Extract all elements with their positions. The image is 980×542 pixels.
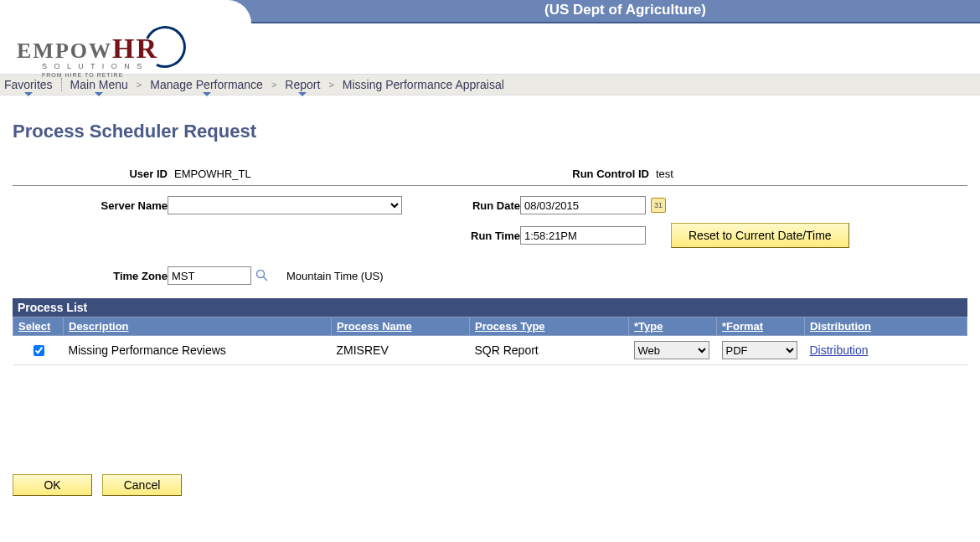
col-process-type[interactable]: Process Type <box>470 317 629 336</box>
process-list-title: Process List <box>13 298 967 317</box>
row-type-select[interactable]: Web <box>634 341 709 359</box>
run-date-label: Run Date <box>428 199 520 212</box>
run-time-label: Run Time <box>428 230 520 242</box>
breadcrumb-missing-appraisal[interactable]: Missing Performance Appraisal <box>343 78 504 91</box>
breadcrumb-main-menu[interactable]: Main Menu <box>70 78 128 91</box>
page-title: Process Scheduler Request <box>13 121 967 142</box>
header-curve <box>0 0 251 23</box>
time-zone-input[interactable] <box>168 266 251 285</box>
logo-subtitle-2: FROM HIRE TO RETIRE <box>42 72 123 78</box>
run-control-value: test <box>649 168 673 180</box>
time-zone-desc: Mountain Time (US) <box>270 270 384 282</box>
breadcrumb: Favorites Main Menu > Manage Performance… <box>0 74 980 95</box>
col-process-name[interactable]: Process Name <box>332 317 470 336</box>
breadcrumb-sep: > <box>137 80 142 90</box>
controls-row: Server Name Run Date 31 Run Time Reset t… <box>13 196 967 256</box>
row-description: Missing Performance Reviews <box>64 336 332 365</box>
time-zone-label: Time Zone <box>13 270 168 282</box>
id-row: User ID EMPOWHR_TL Run Control ID test <box>13 168 967 186</box>
svg-line-1 <box>264 277 268 281</box>
process-list-table: Select Description Process Name Process … <box>13 317 967 365</box>
calendar-icon[interactable]: 31 <box>651 198 666 213</box>
org-title: (US Dept of Agriculture) <box>544 2 706 18</box>
cancel-button[interactable]: Cancel <box>102 474 182 496</box>
server-name-label: Server Name <box>13 199 168 212</box>
col-distribution[interactable]: Distribution <box>805 317 967 336</box>
row-select-checkbox[interactable] <box>34 345 44 356</box>
col-format[interactable]: *Format <box>717 317 805 336</box>
breadcrumb-sep: > <box>328 80 333 90</box>
table-row: Missing Performance Reviews ZMISREV SQR … <box>13 336 967 365</box>
server-name-select[interactable] <box>168 196 402 214</box>
row-process-name: ZMISREV <box>332 336 470 365</box>
logo-area: EMPOWHR S O L U T I O N S FROM HIRE TO R… <box>0 23 980 74</box>
logo-text-empow: EMPOW <box>17 39 112 63</box>
breadcrumb-divider <box>61 78 62 91</box>
svg-point-0 <box>257 271 265 278</box>
row-format-select[interactable]: PDF <box>722 341 797 359</box>
action-buttons: OK Cancel <box>13 474 967 496</box>
user-id-label: User ID <box>13 168 168 180</box>
col-type[interactable]: *Type <box>629 317 717 336</box>
user-id-value: EMPOWHR_TL <box>168 168 251 180</box>
col-description[interactable]: Description <box>64 317 332 336</box>
run-date-input[interactable] <box>520 196 646 214</box>
breadcrumb-manage-performance[interactable]: Manage Performance <box>150 78 263 91</box>
row-process-type: SQR Report <box>470 336 629 365</box>
run-time-input[interactable] <box>520 226 646 245</box>
breadcrumb-favorites[interactable]: Favorites <box>4 78 53 91</box>
breadcrumb-report[interactable]: Report <box>285 78 320 91</box>
logo: EMPOWHR S O L U T I O N S FROM HIRE TO R… <box>17 23 193 74</box>
ok-button[interactable]: OK <box>13 474 92 496</box>
reset-datetime-button[interactable]: Reset to Current Date/Time <box>671 223 849 248</box>
logo-subtitle-1: S O L U T I O N S <box>42 62 144 70</box>
breadcrumb-sep: > <box>271 80 276 90</box>
header-bar: (US Dept of Agriculture) <box>0 0 980 23</box>
run-control-label: Run Control ID <box>415 168 649 180</box>
row-distribution-link[interactable]: Distribution <box>810 343 869 357</box>
col-select[interactable]: Select <box>13 317 64 336</box>
content: Process Scheduler Request User ID EMPOWH… <box>0 95 980 508</box>
lookup-icon[interactable] <box>255 268 270 283</box>
logo-circle-icon <box>138 20 192 74</box>
